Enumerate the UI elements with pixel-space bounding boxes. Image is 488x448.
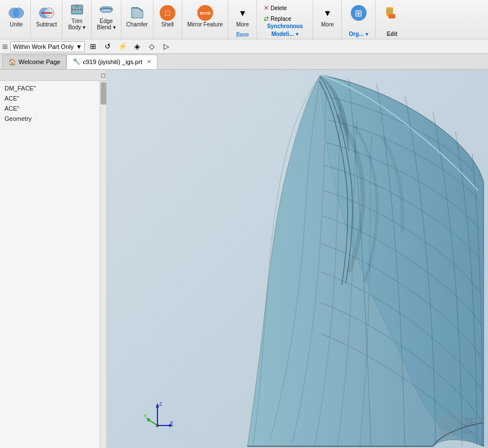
filter-label: Within Work Part Only xyxy=(13,43,74,50)
edge-blend-label: EdgeBlend ▾ xyxy=(97,18,115,30)
panel-header: □ xyxy=(0,70,106,81)
tabs-bar: 🏠 Welcome Page 🔧 c919 (jiyishiti) _igs.p… xyxy=(0,54,488,70)
watermark: 3E ww... xyxy=(439,414,477,437)
more2-icon: ▾ xyxy=(318,5,336,21)
svg-text:Y: Y xyxy=(143,413,147,419)
more1-label: More xyxy=(236,21,249,28)
unite-label: Unite xyxy=(10,21,22,28)
chamfer-button[interactable]: Chamfer xyxy=(124,3,151,29)
left-panel: □ DM_FACE" ACE" ACE" Geometry xyxy=(0,70,107,448)
subtract-icon xyxy=(38,5,56,21)
chamfer-icon xyxy=(128,5,146,21)
svg-text:Z: Z xyxy=(159,401,162,407)
svg-marker-9 xyxy=(132,8,143,18)
svg-point-1 xyxy=(13,8,24,18)
filter-dropdown[interactable]: Within Work Part Only ▼ xyxy=(10,41,85,52)
edit-icon xyxy=(383,5,401,21)
more2-button[interactable]: ▾ More xyxy=(315,3,339,29)
ribbon-btn-grid[interactable]: ⊞ xyxy=(87,40,100,53)
trim-body-button[interactable]: TrimBody ▾ xyxy=(65,0,89,32)
more1-button[interactable]: ▾ More xyxy=(231,3,254,29)
mirror-feature-label: Mirror Feature xyxy=(187,21,223,28)
trim-body-icon xyxy=(68,2,86,17)
delete-button[interactable]: ✕ Delete xyxy=(261,3,289,13)
toolbar-group-sync: ✕ Delete ⇄ Replace Synchronous Modeli...… xyxy=(257,0,313,39)
org-label: Org... xyxy=(349,31,364,37)
base-group-label2: Base xyxy=(228,31,256,38)
tab-welcome[interactable]: 🏠 Welcome Page xyxy=(2,55,66,69)
toolbar-group-chamfer: Chamfer xyxy=(121,0,153,39)
panel-items: DM_FACE" ACE" ACE" Geometry xyxy=(0,81,106,126)
list-item[interactable]: ACE" xyxy=(0,93,106,103)
mirror-feature-icon: ⟺ xyxy=(196,5,214,21)
scroll-track xyxy=(100,81,106,448)
scroll-thumb[interactable] xyxy=(101,82,106,105)
replace-label: Replace xyxy=(270,16,291,22)
model-tab-label: c919 (jiyishiti) _igs.prt xyxy=(83,58,142,65)
toolbar-group-trim: TrimBody ▾ xyxy=(62,0,92,39)
edit-button[interactable] xyxy=(380,3,404,22)
org-icon: ⊞ xyxy=(350,5,368,21)
toolbar-group-org: ⊞ Org... ▾ xyxy=(342,0,376,39)
toolbar-group-edge-blend: EdgeBlend ▾ xyxy=(92,0,121,39)
list-item[interactable]: ACE" xyxy=(0,103,106,114)
toolbar-group-shell: □ Shell xyxy=(153,0,182,39)
toolbar-group-edit: Edit xyxy=(376,0,408,39)
toolbar-group-subtract: Subtract xyxy=(31,0,62,39)
main-area: □ DM_FACE" ACE" ACE" Geometry xyxy=(0,70,488,448)
toolbar-group-mirror: ⟺ Mirror Feature xyxy=(182,0,228,39)
ribbon-btn-refresh[interactable]: ↺ xyxy=(102,40,114,53)
svg-rect-8 xyxy=(100,7,112,12)
watermark-logo xyxy=(439,414,461,437)
shell-button[interactable]: □ Shell xyxy=(156,3,179,29)
subtract-label: Subtract xyxy=(36,21,57,28)
shell-icon: □ xyxy=(159,5,177,21)
toolbar-group-more2: ▾ More xyxy=(313,0,342,39)
unite-icon xyxy=(7,5,25,21)
tab-model[interactable]: 🔧 c919 (jiyishiti) _igs.prt ✕ xyxy=(66,55,157,69)
filter-arrow: ▼ xyxy=(76,43,82,50)
more2-label: More xyxy=(321,21,334,28)
svg-marker-25 xyxy=(146,418,150,422)
main-toolbar: Unite Subtract TrimBody ▾ EdgeBlend ▾ xyxy=(0,0,488,39)
list-item[interactable]: Geometry xyxy=(0,114,106,124)
unite-button[interactable]: Unite xyxy=(4,3,28,29)
toolbar-group-unite: Unite xyxy=(2,0,31,39)
edge-blend-button[interactable]: EdgeBlend ▾ xyxy=(94,0,118,32)
mirror-feature-button[interactable]: ⟺ Mirror Feature xyxy=(184,3,225,29)
ribbon-btn-play[interactable]: ▷ xyxy=(160,40,173,53)
panel-maximize[interactable]: □ xyxy=(101,72,105,79)
sync-dropdown[interactable]: ▾ xyxy=(296,31,299,37)
toolbar-group-more1: ▾ More Base xyxy=(228,0,257,39)
watermark-text: 3E ww... xyxy=(463,416,477,435)
ribbon-btn-bolt[interactable]: ⚡ xyxy=(116,40,129,53)
filter-icon: ⊞ xyxy=(2,43,8,51)
model-tab-icon: 🔧 xyxy=(73,58,80,65)
ribbon-bar: ⊞ Within Work Part Only ▼ ⊞ ↺ ⚡ ◈ ◇ ▷ xyxy=(0,39,488,54)
welcome-tab-label: Welcome Page xyxy=(19,58,60,65)
ribbon-btn-obj2[interactable]: ◇ xyxy=(146,40,158,53)
edit-label: Edit xyxy=(387,31,397,37)
ribbon-btn-obj1[interactable]: ◈ xyxy=(131,40,143,53)
org-button[interactable]: ⊞ xyxy=(346,3,370,22)
svg-point-27 xyxy=(156,424,159,427)
subtract-button[interactable]: Subtract xyxy=(33,3,60,29)
model-svg xyxy=(107,70,488,448)
edge-blend-icon xyxy=(97,2,115,17)
model-tab-close[interactable]: ✕ xyxy=(147,58,151,65)
svg-rect-13 xyxy=(388,14,395,19)
axis-indicator: Z X Y xyxy=(141,397,174,431)
svg-text:X: X xyxy=(170,420,173,426)
delete-icon: ✕ xyxy=(264,4,269,12)
viewport[interactable]: Z X Y xyxy=(107,70,488,448)
chamfer-label: Chamfer xyxy=(126,21,148,28)
shell-label: Shell xyxy=(161,21,174,28)
list-item[interactable]: DM_FACE" xyxy=(0,83,106,93)
welcome-tab-icon: 🏠 xyxy=(8,58,16,66)
trim-body-label: TrimBody ▾ xyxy=(68,18,85,30)
delete-label: Delete xyxy=(270,5,287,11)
more1-icon: ▾ xyxy=(233,5,251,21)
